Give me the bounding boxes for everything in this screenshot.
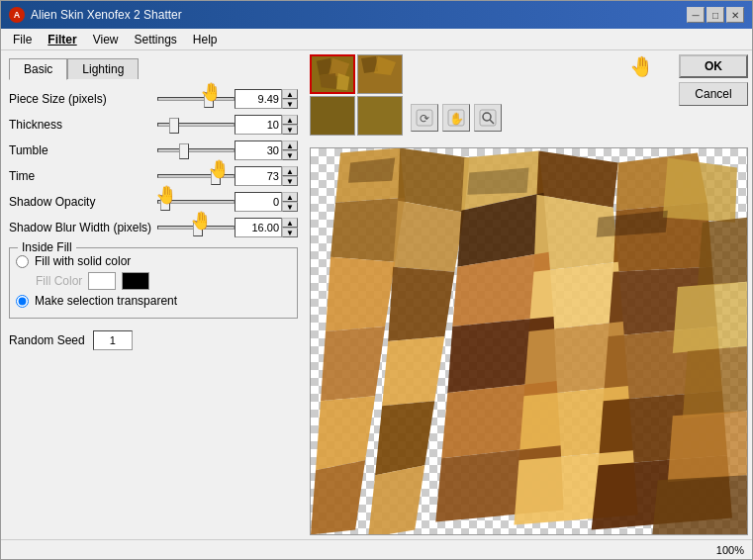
piece-size-spinbox[interactable]: ▲ ▼: [235, 89, 298, 109]
random-seed-row: Random Seed: [9, 330, 298, 350]
ok-hand-cursor: 🤚: [629, 54, 654, 78]
piece-size-input[interactable]: [235, 89, 282, 109]
svg-rect-9: [358, 97, 402, 135]
time-down[interactable]: ▼: [282, 176, 298, 186]
refresh-preview-button[interactable]: ⟳: [411, 104, 438, 132]
tumble-up[interactable]: ▲: [282, 140, 298, 150]
maximize-button[interactable]: □: [706, 7, 724, 23]
fill-solid-radio[interactable]: [16, 255, 29, 268]
cancel-button[interactable]: Cancel: [679, 82, 748, 106]
shadow-blur-row: Shadow Blur Width (pixels) 🤚 ▲ ▼: [9, 218, 298, 237]
time-input[interactable]: [235, 166, 282, 186]
shadow-opacity-cursor: 🤚: [155, 184, 177, 206]
shadow-blur-spinbox[interactable]: ▲ ▼: [235, 218, 298, 237]
menu-file[interactable]: File: [5, 31, 40, 48]
minimize-button[interactable]: ─: [687, 7, 705, 23]
piece-size-row: Piece Size (pixels) 🤚 ▲ ▼: [9, 89, 298, 109]
piece-size-slider-area[interactable]: 🤚: [157, 89, 235, 109]
menu-settings[interactable]: Settings: [126, 31, 184, 48]
thickness-slider-area[interactable]: [157, 115, 235, 135]
svg-marker-38: [375, 401, 434, 475]
svg-marker-22: [330, 198, 405, 262]
svg-marker-51: [668, 411, 747, 482]
shadow-blur-label: Shadow Blur Width (pixels): [9, 221, 157, 234]
thumb-row-2: [310, 96, 403, 136]
tumble-label: Tumble: [9, 143, 157, 157]
svg-marker-33: [382, 336, 444, 406]
zoom-tool-button[interactable]: [474, 104, 502, 132]
time-spinbox[interactable]: ▲ ▼: [235, 166, 298, 186]
piece-size-cursor: 🤚: [200, 81, 222, 103]
time-label: Time: [9, 169, 157, 183]
shadow-blur-down[interactable]: ▼: [282, 228, 298, 237]
preview-thumbnails: [310, 54, 403, 136]
menu-filter[interactable]: Filter: [40, 31, 84, 48]
preview-thumb-3[interactable]: [310, 96, 355, 136]
shadow-blur-slider-area[interactable]: 🤚: [157, 218, 235, 237]
tab-basic[interactable]: Basic: [9, 58, 67, 80]
svg-marker-49: [673, 282, 747, 353]
menu-view[interactable]: View: [85, 31, 127, 48]
tumble-thumb[interactable]: [179, 143, 189, 159]
time-cursor: 🤚: [208, 158, 230, 180]
svg-marker-23: [393, 201, 464, 272]
window-title: Alien Skin Xenofex 2 Shatter: [31, 8, 182, 22]
tumble-down[interactable]: ▼: [282, 150, 298, 160]
fill-solid-label[interactable]: Fill with solid color: [35, 254, 131, 268]
fill-color-black-swatch[interactable]: [122, 272, 149, 290]
thickness-thumb[interactable]: [169, 118, 179, 134]
fill-color-label: Fill Color: [36, 274, 82, 288]
svg-rect-8: [311, 97, 354, 135]
shadow-blur-cursor: 🤚: [190, 210, 212, 232]
inside-fill-group: Inside Fill Fill with solid color Fill C…: [9, 247, 298, 319]
random-seed-label: Random Seed: [9, 333, 85, 347]
fill-color-white-swatch[interactable]: [88, 272, 116, 290]
time-slider-area[interactable]: 🤚: [157, 166, 235, 186]
preview-thumb-1[interactable]: [310, 54, 355, 94]
preview-thumb-4[interactable]: [357, 96, 403, 136]
tabs: Basic Lighting: [9, 58, 298, 79]
menu-help[interactable]: Help: [185, 31, 226, 48]
shadow-opacity-down[interactable]: ▼: [282, 202, 298, 212]
thickness-input[interactable]: [235, 115, 282, 135]
svg-marker-28: [388, 267, 454, 341]
piece-size-label: Piece Size (pixels): [9, 92, 157, 106]
time-up[interactable]: ▲: [282, 166, 298, 176]
close-button[interactable]: ✕: [726, 7, 744, 23]
svg-marker-3: [320, 73, 338, 89]
thickness-up[interactable]: ▲: [282, 115, 298, 125]
svg-marker-52: [652, 475, 747, 534]
right-panel: ⟳ ✋: [306, 50, 752, 539]
left-panel: Basic Lighting Piece Size (pixels) 🤚 ▲ ▼: [1, 50, 306, 539]
ok-button[interactable]: OK: [679, 54, 748, 78]
right-top-area: ⟳ ✋: [310, 54, 748, 143]
tumble-spinbox[interactable]: ▲ ▼: [235, 140, 298, 160]
random-seed-input[interactable]: [93, 330, 133, 350]
piece-size-up[interactable]: ▲: [282, 89, 298, 99]
menu-bar: File Filter View Settings Help: [1, 29, 752, 50]
fill-transparent-radio[interactable]: [16, 295, 29, 308]
thickness-spinbox[interactable]: ▲ ▼: [235, 115, 298, 135]
svg-text:⟳: ⟳: [420, 112, 429, 126]
tumble-input[interactable]: [235, 140, 282, 160]
time-row: Time 🤚 ▲ ▼: [9, 166, 298, 186]
thickness-down[interactable]: ▼: [282, 125, 298, 135]
shadow-opacity-spinbox[interactable]: ▲ ▼: [235, 192, 298, 212]
svg-marker-47: [663, 158, 737, 223]
svg-marker-43: [368, 465, 424, 534]
shadow-blur-up[interactable]: ▲: [282, 218, 298, 228]
piece-size-down[interactable]: ▼: [282, 99, 298, 109]
fill-transparent-label[interactable]: Make selection transparent: [35, 294, 177, 308]
shadow-blur-input[interactable]: [235, 218, 282, 237]
shadow-opacity-input[interactable]: [235, 192, 282, 212]
fill-transparent-row: Make selection transparent: [16, 294, 291, 308]
shadow-opacity-slider-area[interactable]: 🤚: [157, 192, 235, 212]
shadow-opacity-row: Shadow Opacity 🤚 ▲ ▼: [9, 192, 298, 212]
tumble-slider-area[interactable]: [157, 140, 235, 160]
svg-marker-42: [311, 460, 365, 534]
shadow-opacity-up[interactable]: ▲: [282, 192, 298, 202]
tab-lighting[interactable]: Lighting: [67, 58, 139, 79]
preview-thumb-2[interactable]: [357, 54, 403, 94]
hand-tool-button[interactable]: ✋: [442, 104, 470, 132]
svg-marker-50: [683, 346, 747, 419]
